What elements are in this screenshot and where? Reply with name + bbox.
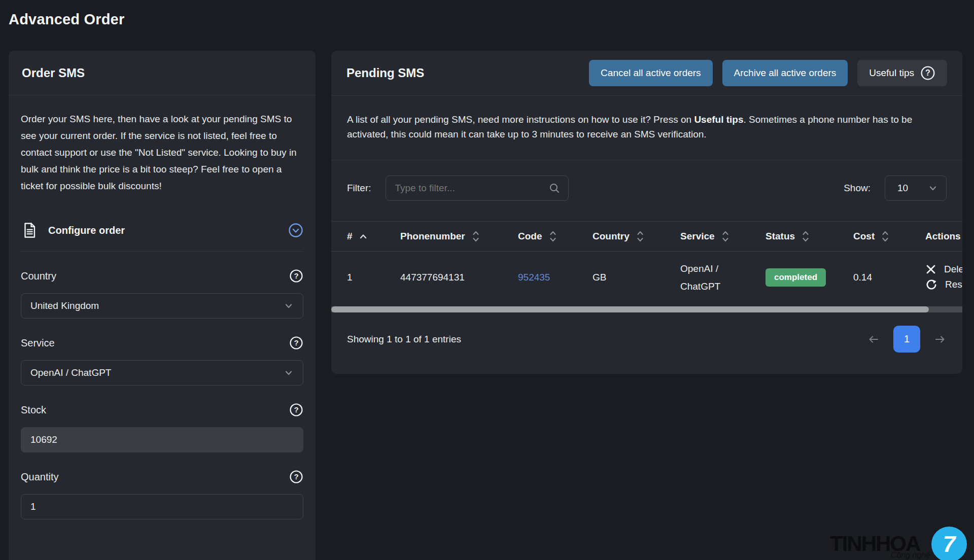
filter-row: Filter: Show: 10 [331,160,962,201]
entries-summary: Showing 1 to 1 of 1 entries [347,334,461,345]
watermark-tagline: Công nghệ [891,551,930,560]
quantity-input[interactable] [21,494,303,519]
configure-order-label: Configure order [48,225,278,236]
pagination: 1 [867,326,947,353]
country-label: Country [21,270,56,282]
sort-both-icon [636,230,644,243]
column-header-service-label: Service [680,231,715,242]
cell-code-link[interactable]: 952435 [518,272,550,283]
help-circle-icon: ? [920,65,935,81]
service-select[interactable]: OpenAI / ChatGPT [21,360,303,386]
svg-text:?: ? [294,472,298,481]
stock-input[interactable] [21,427,303,452]
svg-text:?: ? [925,68,930,77]
sort-both-icon [472,230,480,243]
service-field-label-row: Service ? [21,336,303,350]
cell-actions: Dele Res [925,264,962,291]
column-header-status[interactable]: Status [766,230,853,243]
table-footer: Showing 1 to 1 of 1 entries 1 [331,312,962,353]
sort-both-icon [549,230,557,243]
order-intro-text: Order your SMS here, then have a look at… [21,111,303,194]
pending-intro-text: A list of all your pending SMS, need mor… [331,96,962,160]
column-header-actions: Actions [925,231,962,242]
service-help-icon[interactable]: ? [289,336,303,350]
sort-ascending-icon [359,233,367,239]
order-sms-header: Order SMS [9,51,316,95]
column-header-country[interactable]: Country [593,230,680,243]
status-badge: completed [766,268,826,287]
stock-help-icon[interactable]: ? [289,403,303,417]
filter-right: Show: 10 [844,176,947,201]
next-page-arrow-icon[interactable] [933,333,947,346]
pending-sms-header: Pending SMS Cancel all active orders Arc… [331,51,962,96]
country-field-label-row: Country ? [21,269,303,283]
cell-service: OpenAI / ChatGPT [680,260,737,295]
column-header-code[interactable]: Code [518,230,593,243]
stock-field-label-row: Stock ? [21,403,303,417]
column-header-service[interactable]: Service [680,230,766,243]
cancel-all-orders-label: Cancel all active orders [601,67,701,79]
country-select-value: United Kingdom [30,300,284,311]
sort-both-icon [881,230,889,243]
configure-order-section-header[interactable]: Configure order [21,222,303,252]
resend-action[interactable]: Res [925,278,962,291]
filter-label: Filter: [347,183,371,194]
delete-action[interactable]: Dele [925,264,962,275]
cancel-all-orders-button[interactable]: Cancel all active orders [589,60,712,86]
horizontal-scrollbar-thumb[interactable] [331,306,929,312]
horizontal-scrollbar[interactable] [331,306,962,312]
column-header-phonenumber[interactable]: Phonenumber [400,230,518,243]
cell-cost: 0.14 [853,272,925,283]
cell-country: GB [593,272,680,283]
svg-text:?: ? [294,338,298,347]
delete-action-label: Dele [944,264,962,275]
order-sms-title: Order SMS [22,66,85,80]
column-header-actions-label: Actions [925,231,961,242]
chevron-down-icon [284,301,294,311]
pending-intro-before: A list of all your pending SMS, need mor… [347,114,694,125]
quantity-field-label-row: Quantity ? [21,470,303,484]
show-entries-select[interactable]: 10 [885,176,947,201]
redo-arrow-icon [925,278,937,291]
cell-index: 1 [347,272,400,283]
useful-tips-button[interactable]: Useful tips ? [857,60,947,86]
pending-sms-panel: Pending SMS Cancel all active orders Arc… [331,51,962,374]
column-header-index[interactable]: # [347,231,400,242]
cell-phonenumber: 447377694131 [400,272,518,283]
country-help-icon[interactable]: ? [289,269,303,283]
filter-input-wrap [386,176,569,201]
previous-page-arrow-icon[interactable] [867,333,880,346]
svg-text:?: ? [294,271,298,280]
quantity-label: Quantity [21,471,58,483]
useful-tips-label: Useful tips [869,67,914,79]
column-header-index-label: # [347,231,353,242]
resend-action-label: Res [945,279,962,290]
column-header-country-label: Country [593,231,630,242]
stock-label: Stock [21,404,46,416]
filter-input[interactable] [386,176,569,201]
service-label: Service [21,337,55,349]
sort-both-icon [721,230,729,243]
show-entries-value: 10 [897,183,928,194]
svg-text:?: ? [294,405,298,414]
pending-intro-bold: Useful tips [694,114,743,125]
pending-header-buttons: Cancel all active orders Archive all act… [589,60,947,86]
order-sms-panel: Order SMS Order your SMS here, then have… [9,51,316,560]
sort-both-icon [802,230,810,243]
page-title: Advanced Order [9,11,124,28]
watermark-badge-icon: 7 [931,527,967,560]
page-number-button[interactable]: 1 [893,326,920,353]
column-header-cost[interactable]: Cost [853,230,925,243]
archive-all-orders-button[interactable]: Archive all active orders [722,60,848,86]
country-select[interactable]: United Kingdom [21,293,303,319]
order-sms-body: Order your SMS here, then have a look at… [9,111,316,519]
column-header-cost-label: Cost [853,231,875,242]
filter-left: Filter: [347,176,569,201]
archive-all-orders-label: Archive all active orders [734,67,837,79]
column-header-code-label: Code [518,231,542,242]
x-icon [925,264,936,275]
table-header-row: # Phonenumber Code [331,221,962,252]
table-row: 1 447377694131 952435 GB OpenAI / ChatGP… [331,252,962,303]
quantity-help-icon[interactable]: ? [289,470,303,484]
collapse-chevron-circle-icon[interactable] [288,223,303,238]
